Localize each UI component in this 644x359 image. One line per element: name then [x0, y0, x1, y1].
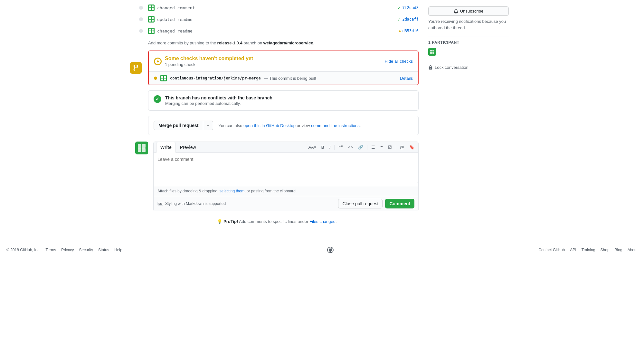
- copyright: © 2018 GitHub, Inc.: [6, 248, 41, 252]
- sha-check-1: ✓: [397, 5, 401, 10]
- participants-label: 1 participant: [428, 40, 509, 45]
- comment-editor-box: Write Preview AA▾ B i ❝❞ <> 🔗: [153, 142, 419, 211]
- sha-dot-3: ●: [399, 29, 401, 33]
- no-conflicts-box: ✓ This branch has no conflicts with the …: [148, 90, 419, 111]
- tab-write[interactable]: Write: [156, 142, 176, 153]
- participants-section: 1 participant: [428, 40, 509, 56]
- commit-action-1: changed comment: [157, 5, 397, 10]
- markdown-label: M↓ Styling with Markdown is supported: [157, 201, 226, 206]
- toolbar-bold-btn[interactable]: B: [320, 144, 326, 150]
- close-pull-request-button[interactable]: Close pull request: [338, 199, 383, 208]
- sha-link-3[interactable]: d353df6: [402, 29, 419, 33]
- check-desc: — This commit is being built: [264, 76, 316, 81]
- toolbar-ul-btn[interactable]: ☰: [370, 144, 376, 150]
- lightbulb-icon: 💡: [217, 219, 222, 224]
- toolbar-tasklist-btn[interactable]: ☑: [387, 144, 393, 150]
- no-conflicts-title: This branch has no conflicts with the ba…: [165, 95, 272, 100]
- footer-shop-link[interactable]: Shop: [601, 248, 610, 252]
- editor-toolbar: AA▾ B i ❝❞ <> 🔗 ☰ ≡ ☑ @: [307, 142, 416, 152]
- checks-subtitle: 1 pending check: [165, 62, 253, 67]
- checks-header: Some checks haven't completed yet 1 pend…: [149, 51, 418, 71]
- participant-avatar: [428, 47, 509, 56]
- merge-pull-request-button[interactable]: Merge pull request: [154, 121, 203, 130]
- timeline-item-3: changed readme ● d353df6: [148, 26, 419, 35]
- sha-link-2[interactable]: 2dacaff: [402, 17, 419, 22]
- timeline-item-2: updated readme ✓ 2dacaff: [148, 15, 419, 24]
- footer-training-link[interactable]: Training: [582, 248, 595, 252]
- tab-preview[interactable]: Preview: [176, 142, 200, 153]
- page-footer: © 2018 GitHub, Inc. Terms Privacy Securi…: [0, 240, 644, 260]
- footer-api-link[interactable]: API: [570, 248, 576, 252]
- merge-btn-group: Merge pull request: [154, 121, 213, 130]
- commit-action-2: updated readme: [157, 17, 397, 22]
- footer-contact-link[interactable]: Contact GitHub: [538, 248, 565, 252]
- checks-title: Some checks haven't completed yet: [165, 56, 253, 61]
- files-changed-link[interactable]: Files changed: [309, 219, 336, 224]
- pending-circle-icon: [154, 58, 162, 65]
- checks-box: Some checks haven't completed yet 1 pend…: [148, 51, 419, 85]
- toolbar-code-btn[interactable]: <>: [347, 144, 354, 150]
- lock-conversation-link[interactable]: Lock conversation: [428, 65, 509, 70]
- no-conflicts-subtitle: Merging can be performed automatically.: [165, 101, 272, 106]
- notification-text: You're receiving notifications because y…: [428, 18, 509, 31]
- toolbar-font-size-btn[interactable]: AA▾: [307, 144, 317, 150]
- merge-dropdown-button[interactable]: [203, 121, 213, 130]
- footer-about-link[interactable]: About: [628, 248, 638, 252]
- toolbar-ref-btn[interactable]: 🔖: [408, 144, 416, 150]
- footer-left: © 2018 GitHub, Inc. Terms Privacy Securi…: [6, 248, 122, 252]
- footer-security-link[interactable]: Security: [79, 248, 93, 252]
- footer-center: [327, 247, 334, 253]
- comment-button[interactable]: Comment: [385, 199, 414, 208]
- git-icon: [130, 62, 142, 74]
- footer-terms-link[interactable]: Terms: [46, 248, 56, 252]
- cli-link[interactable]: command line instructions: [311, 123, 359, 128]
- commit-action-3: changed readme: [157, 29, 399, 33]
- toolbar-quote-btn[interactable]: ❝❞: [337, 144, 344, 150]
- checks-container: Some checks haven't completed yet 1 pend…: [148, 51, 419, 85]
- hide-all-checks-link[interactable]: Hide all checks: [385, 59, 413, 64]
- comment-editor-container: Write Preview AA▾ B i ❝❞ <> 🔗: [135, 142, 419, 211]
- merge-area: Merge pull request You can also open thi…: [148, 116, 419, 135]
- check-dot-icon: [154, 77, 157, 80]
- toolbar-italic-btn[interactable]: i: [328, 144, 332, 150]
- user-avatar-small: [135, 142, 148, 154]
- footer-help-link[interactable]: Help: [114, 248, 122, 252]
- protip: 💡 ProTip! Add comments to specific lines…: [135, 219, 419, 224]
- check-name: continuous-integration/jenkins/pr-merge: [170, 76, 261, 80]
- toolbar-ol-btn[interactable]: ≡: [379, 144, 384, 150]
- toolbar-mention-btn[interactable]: @: [399, 144, 405, 150]
- checks-item: continuous-integration/jenkins/pr-merge …: [149, 71, 418, 85]
- check-details-link[interactable]: Details: [400, 76, 413, 81]
- sidebar: Unsubscribe You're receiving notificatio…: [428, 3, 509, 234]
- success-circle-icon: ✓: [154, 95, 161, 103]
- merge-note: You can also open this in GitHub Desktop…: [218, 123, 361, 128]
- check-jenkins-icon: [160, 75, 167, 81]
- github-desktop-link[interactable]: open this in GitHub Desktop: [243, 123, 296, 128]
- select-files-link[interactable]: selecting them: [220, 189, 244, 193]
- checks-title-area: Some checks haven't completed yet 1 pend…: [154, 56, 253, 67]
- footer-right: Contact GitHub API Training Shop Blog Ab…: [538, 248, 638, 252]
- sha-link-1[interactable]: 7f2dad8: [402, 5, 419, 10]
- sidebar-divider-2: [428, 61, 509, 61]
- footer-blog-link[interactable]: Blog: [615, 248, 622, 252]
- editor-footer: M↓ Styling with Markdown is supported Cl…: [154, 196, 418, 211]
- footer-privacy-link[interactable]: Privacy: [61, 248, 74, 252]
- sidebar-divider-1: [428, 36, 509, 36]
- editor-tabs: Write Preview AA▾ B i ❝❞ <> 🔗: [154, 142, 418, 153]
- footer-status-link[interactable]: Status: [98, 248, 109, 252]
- push-message: Add more commits by pushing to the relea…: [135, 41, 419, 45]
- comment-textarea[interactable]: [154, 153, 418, 185]
- commit-icon-2: [148, 16, 155, 23]
- footer-buttons: Close pull request Comment: [338, 199, 414, 208]
- unsubscribe-button[interactable]: Unsubscribe: [428, 6, 509, 16]
- toolbar-link-btn[interactable]: 🔗: [357, 144, 365, 150]
- markdown-icon: M↓: [157, 202, 163, 206]
- commit-icon-1: [148, 5, 155, 11]
- github-footer-logo: [327, 247, 334, 253]
- repo-link[interactable]: welagedara/microservice: [263, 41, 313, 45]
- commit-icon-3: [148, 28, 155, 34]
- sha-check-2: ✓: [397, 17, 401, 22]
- timeline-item-1: changed comment ✓ 7f2dad8: [148, 3, 419, 12]
- attach-info: Attach files by dragging & dropping, sel…: [154, 186, 418, 196]
- sidebar-notifications: Unsubscribe You're receiving notificatio…: [428, 6, 509, 31]
